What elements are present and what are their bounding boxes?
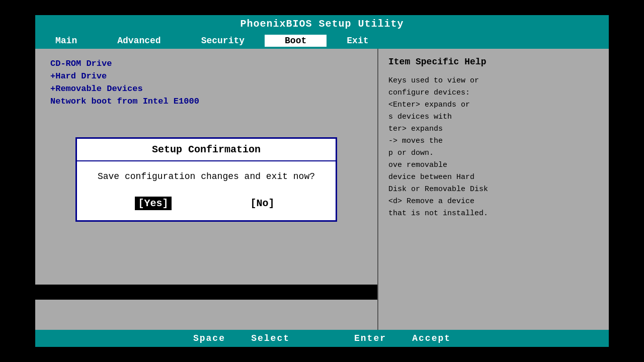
bios-screen: PhoenixBIOS Setup Utility Main Advanced …	[35, 15, 609, 347]
boot-item-cdrom: CD-ROM Drive	[50, 59, 362, 68]
menu-item-security[interactable]: Security	[181, 35, 265, 47]
dialog-title: Setup Confirmation	[77, 139, 336, 161]
menu-bar: Main Advanced Security Boot Exit	[35, 33, 609, 49]
footer-accept-label: Accept	[412, 333, 451, 343]
boot-item-network: Network boot from Intel E1000	[50, 97, 362, 106]
title-bar: PhoenixBIOS Setup Utility	[35, 15, 609, 33]
footer-space-label: Space	[193, 333, 225, 343]
dialog-message: Save configuration changes and exit now?	[77, 161, 336, 192]
menu-item-main[interactable]: Main	[35, 35, 97, 47]
footer-select-label: Select	[251, 333, 290, 343]
boot-item-harddrive: +Hard Drive	[50, 71, 362, 81]
content-area: CD-ROM Drive +Hard Drive +Removable Devi…	[35, 49, 609, 330]
footer-bar: Space Select Enter Accept	[35, 330, 609, 347]
no-button[interactable]: [No]	[247, 197, 277, 210]
sidebar-help-text: Keys used to view or configure devices: …	[388, 75, 599, 220]
sidebar: Item Specific Help Keys used to view or …	[377, 49, 609, 330]
dialog-box: Setup Confirmation Save configuration ch…	[75, 137, 337, 222]
sidebar-title: Item Specific Help	[388, 57, 599, 67]
menu-item-boot[interactable]: Boot	[265, 35, 327, 47]
app-title: PhoenixBIOS Setup Utility	[240, 18, 404, 30]
menu-item-advanced[interactable]: Advanced	[97, 35, 181, 47]
yes-button[interactable]: [Yes]	[135, 197, 171, 210]
black-bar	[35, 285, 377, 300]
dialog-buttons: [Yes] [No]	[77, 192, 336, 220]
footer-enter-label: Enter	[354, 333, 386, 343]
menu-item-exit[interactable]: Exit	[327, 35, 388, 47]
boot-item-removable: +Removable Devices	[50, 84, 362, 94]
main-panel: CD-ROM Drive +Hard Drive +Removable Devi…	[35, 49, 377, 330]
